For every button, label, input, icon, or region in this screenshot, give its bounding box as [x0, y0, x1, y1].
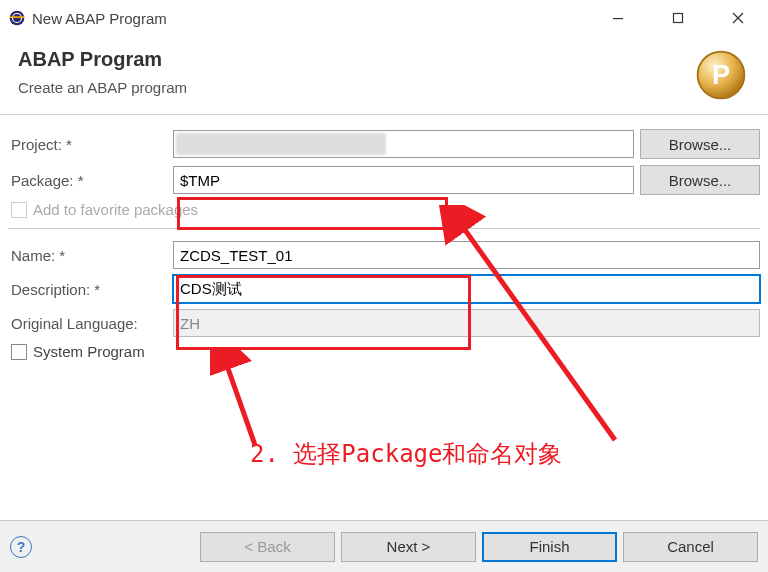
close-button[interactable] [708, 0, 768, 36]
page-heading: ABAP Program [18, 48, 750, 71]
browse-package-button[interactable]: Browse... [640, 165, 760, 195]
description-label: Description: * [8, 281, 173, 298]
add-favorite-row: Add to favorite packages [11, 201, 760, 218]
system-program-checkbox[interactable] [11, 344, 27, 360]
svg-rect-5 [674, 14, 683, 23]
language-input [173, 309, 760, 337]
eclipse-icon [8, 9, 26, 27]
form-area: Project: * Browse... Package: * Browse..… [0, 115, 768, 378]
project-label: Project: * [8, 136, 173, 153]
annotation-text: 2. 选择Package和命名对象 [250, 438, 563, 470]
cancel-button[interactable]: Cancel [623, 532, 758, 562]
add-favorite-checkbox[interactable] [11, 202, 27, 218]
next-button[interactable]: Next > [341, 532, 476, 562]
svg-text:P: P [712, 60, 730, 90]
svg-rect-3 [10, 16, 25, 18]
header: ABAP Program Create an ABAP program P [0, 36, 768, 114]
description-input[interactable] [173, 275, 760, 303]
footer: ? < Back Next > Finish Cancel [0, 520, 768, 572]
name-input[interactable] [173, 241, 760, 269]
minimize-button[interactable] [588, 0, 648, 36]
project-input[interactable] [173, 130, 634, 158]
maximize-button[interactable] [648, 0, 708, 36]
svg-rect-4 [613, 18, 623, 19]
project-value-obscured [176, 133, 386, 155]
help-button[interactable]: ? [10, 536, 32, 558]
wizard-program-icon: P [694, 48, 748, 102]
language-label: Original Language: [8, 315, 173, 332]
finish-button[interactable]: Finish [482, 532, 617, 562]
browse-project-button[interactable]: Browse... [640, 129, 760, 159]
package-label: Package: * [8, 172, 173, 189]
back-button[interactable]: < Back [200, 532, 335, 562]
system-program-row: System Program [11, 343, 760, 360]
name-label: Name: * [8, 247, 173, 264]
window-title: New ABAP Program [32, 10, 588, 27]
system-program-label: System Program [33, 343, 145, 360]
title-bar: New ABAP Program [0, 0, 768, 36]
page-subtitle: Create an ABAP program [18, 79, 750, 96]
add-favorite-label: Add to favorite packages [33, 201, 198, 218]
package-input[interactable] [173, 166, 634, 194]
